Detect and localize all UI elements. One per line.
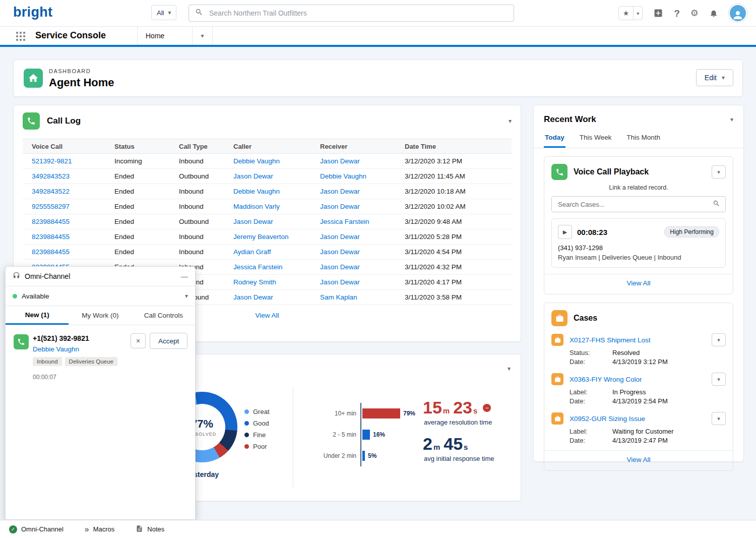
caller-link[interactable]: Jessica Farstein bbox=[233, 263, 320, 271]
voice-call-link[interactable]: 8239884455 bbox=[32, 248, 114, 256]
global-search-input[interactable] bbox=[208, 9, 508, 18]
column-header: Date Time bbox=[405, 143, 512, 150]
receiver-link[interactable]: Jason Dewar bbox=[320, 248, 405, 256]
table-row: 9255558297 Ended Inbound Maddison Varly … bbox=[23, 199, 512, 214]
caller-link[interactable]: Jason Dewar bbox=[233, 172, 320, 180]
recording-meta: Ryan Inseam | Deliveries Queue | Inbound bbox=[558, 254, 719, 261]
utility-notes[interactable]: Notes bbox=[136, 525, 164, 534]
case-search-input[interactable] bbox=[557, 200, 713, 209]
metric-unit: s bbox=[464, 443, 468, 451]
voice-call-link[interactable]: 8239884455 bbox=[32, 218, 114, 225]
caller-link[interactable]: Aydian Graff bbox=[233, 248, 320, 256]
legend-dot bbox=[244, 409, 249, 414]
playback-menu-button[interactable]: ▾ bbox=[712, 165, 726, 178]
caller-link[interactable]: Maddison Varly bbox=[233, 203, 320, 210]
case-menu-button[interactable]: ▾ bbox=[712, 412, 726, 425]
bar-value-label: 16% bbox=[373, 431, 385, 438]
tab-home[interactable]: Home bbox=[137, 26, 193, 45]
global-search[interactable] bbox=[188, 5, 514, 22]
voice-call-link[interactable]: 3492843523 bbox=[32, 172, 114, 180]
receiver-link[interactable]: Debbie Vaughn bbox=[320, 172, 405, 180]
voice-call-link[interactable]: 8239884455 bbox=[32, 233, 114, 241]
case-menu-button[interactable]: ▾ bbox=[712, 333, 726, 346]
brand-logo[interactable]: bright bbox=[13, 5, 52, 20]
call-log-menu-button[interactable]: ▾ bbox=[509, 118, 512, 124]
presence-status-select[interactable]: Available ▾ bbox=[6, 286, 195, 306]
field-label: Label: bbox=[570, 388, 612, 396]
tab-my-work[interactable]: My Work (0) bbox=[69, 306, 132, 325]
edit-button[interactable]: Edit ▾ bbox=[696, 69, 733, 86]
minimize-button[interactable]: — bbox=[181, 272, 188, 280]
datetime-cell: 3/11/2020 5:28 PM bbox=[405, 233, 512, 241]
playback-view-all-link[interactable]: View All bbox=[626, 279, 650, 287]
legend-dot bbox=[244, 433, 249, 437]
phone-icon bbox=[14, 334, 29, 349]
receiver-link[interactable]: Jason Dewar bbox=[320, 233, 405, 241]
tab-today[interactable]: Today bbox=[544, 130, 565, 148]
bar bbox=[362, 430, 370, 440]
voice-call-link[interactable]: 3492843522 bbox=[32, 188, 114, 195]
utility-omni-channel[interactable]: ✓ Omni-Channel bbox=[9, 525, 64, 533]
tab-call-controls[interactable]: Call Controls bbox=[132, 306, 195, 325]
receiver-link[interactable]: Jason Dewar bbox=[320, 278, 405, 286]
field-value: Waiting for Customer bbox=[612, 428, 674, 435]
table-row: 521392-9821 Incoming Inbound Debbie Vaug… bbox=[23, 154, 512, 169]
receiver-link[interactable]: Jason Dewar bbox=[320, 157, 405, 165]
receiver-link[interactable]: Jason Dewar bbox=[320, 203, 405, 210]
call-timer: 00:00:07 bbox=[33, 374, 56, 381]
table-row: 3492843522 Ended Inbound Debbie Vaughn J… bbox=[23, 184, 512, 199]
favorites-button[interactable]: ★ ▾ bbox=[618, 6, 643, 20]
status-cell: Ended bbox=[114, 172, 179, 180]
tab-this-week[interactable]: This Week bbox=[579, 130, 613, 148]
tab-home-menu-button[interactable]: ▾ bbox=[193, 26, 213, 45]
table-row: 8239884455 Ended Outbound Jason Dewar Je… bbox=[23, 214, 512, 229]
tab-this-month[interactable]: This Month bbox=[625, 130, 661, 148]
playback-title: Voice Call Playback bbox=[574, 167, 649, 176]
tab-new[interactable]: New (1) bbox=[6, 306, 69, 325]
app-launcher-icon[interactable] bbox=[16, 32, 25, 41]
play-button[interactable]: ▶ bbox=[558, 225, 572, 239]
case-link[interactable]: X0127-FHS Shipment Lost bbox=[570, 336, 706, 344]
caller-link[interactable]: Debbie Vaughn bbox=[233, 188, 320, 195]
contact-link[interactable]: Debbie Vaughn bbox=[33, 345, 79, 353]
case-link[interactable]: X0952-GUR Sizing Issue bbox=[570, 415, 706, 423]
avatar[interactable] bbox=[729, 4, 747, 22]
accept-call-button[interactable]: Accept bbox=[150, 333, 187, 349]
search-scope-select[interactable]: All ▾ bbox=[151, 5, 176, 20]
chevron-down-icon[interactable]: ▾ bbox=[633, 7, 642, 20]
caller-link[interactable]: Jeremy Beaverton bbox=[233, 233, 320, 241]
receiver-link[interactable]: Sam Kaplan bbox=[320, 293, 405, 301]
caller-link[interactable]: Rodney Smith bbox=[233, 278, 320, 286]
voice-call-link[interactable]: 9255558297 bbox=[32, 203, 114, 210]
case-search[interactable] bbox=[551, 196, 726, 212]
help-icon[interactable]: ? bbox=[674, 9, 680, 18]
recent-work-menu-button[interactable]: ▾ bbox=[730, 116, 733, 123]
note-icon bbox=[136, 525, 143, 534]
case-menu-button[interactable]: ▾ bbox=[712, 373, 726, 386]
legend-item: Great bbox=[244, 408, 270, 415]
recording-item: ▶ 00:08:23 High Performing (341) 937-129… bbox=[551, 218, 726, 268]
bell-icon[interactable] bbox=[709, 9, 718, 18]
chart-menu-button[interactable]: ▾ bbox=[508, 366, 511, 372]
utility-label: Notes bbox=[147, 525, 164, 533]
caller-link[interactable]: Jason Dewar bbox=[233, 293, 320, 301]
table-header-row: Voice Call Status Call Type Caller Recei… bbox=[23, 139, 512, 154]
gear-icon[interactable]: ⚙ bbox=[690, 9, 699, 18]
caller-link[interactable]: Debbie Vaughn bbox=[233, 157, 320, 165]
utility-macros[interactable]: » Macros bbox=[85, 525, 115, 533]
voice-call-link[interactable]: 521392-9821 bbox=[32, 157, 114, 165]
caller-link[interactable]: Jason Dewar bbox=[233, 218, 320, 225]
datetime-cell: 3/11/2020 4:54 PM bbox=[405, 248, 512, 256]
receiver-link[interactable]: Jason Dewar bbox=[320, 188, 405, 195]
briefcase-icon bbox=[551, 310, 568, 326]
page-title: Agent Home bbox=[49, 76, 114, 89]
recent-work-card: Recent Work ▾ Today This Week This Month… bbox=[533, 105, 744, 462]
presence-status-label: Available bbox=[22, 292, 49, 300]
cases-view-all-link[interactable]: View All bbox=[626, 456, 650, 463]
decline-call-button[interactable]: × bbox=[131, 333, 146, 348]
recording-duration: 00:08:23 bbox=[577, 228, 607, 236]
receiver-link[interactable]: Jessica Farstein bbox=[320, 218, 405, 225]
add-icon[interactable] bbox=[653, 8, 663, 18]
receiver-link[interactable]: Jason Dewar bbox=[320, 263, 405, 271]
case-link[interactable]: X0363-FIY Wrong Color bbox=[570, 376, 706, 383]
